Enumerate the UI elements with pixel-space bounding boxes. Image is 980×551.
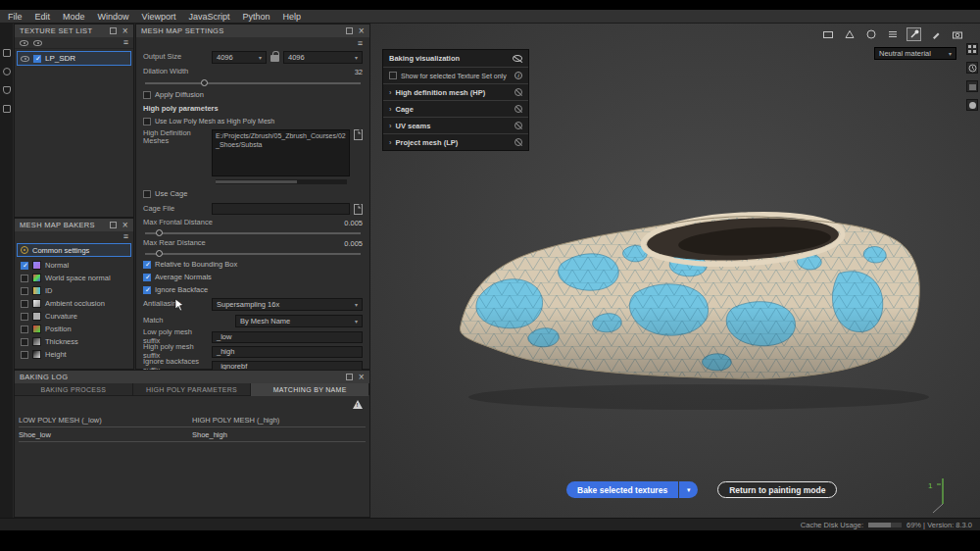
stamp-icon[interactable]	[842, 27, 857, 41]
undock-icon[interactable]	[110, 27, 117, 34]
settings-menu-icon[interactable]: ≡	[358, 39, 363, 48]
projection-icon[interactable]	[863, 27, 878, 41]
visibility-disabled-icon[interactable]	[514, 88, 522, 96]
high-suffix-input[interactable]: _high	[212, 346, 363, 358]
apply-diffusion-row[interactable]: Apply Diffusion	[143, 87, 363, 102]
low-suffix-input[interactable]: _low	[212, 331, 363, 343]
baker-checkbox[interactable]	[21, 275, 28, 282]
display-mode-icon[interactable]	[820, 27, 835, 41]
sphere-icon[interactable]	[966, 99, 978, 111]
slider-thumb[interactable]	[156, 250, 163, 257]
baking-mode-icon[interactable]	[906, 27, 921, 41]
table-row[interactable]: Shoe_low Shoe_high	[19, 427, 366, 442]
chevron-right-icon[interactable]: ›	[389, 138, 392, 147]
common-settings-item[interactable]: Common settings	[17, 243, 131, 257]
baker-row-position[interactable]: Position	[15, 323, 133, 335]
close-icon[interactable]: ×	[359, 26, 365, 36]
menu-python[interactable]: Python	[242, 12, 270, 22]
antialiasing-dropdown[interactable]: Supersampling 16x▾	[212, 298, 363, 311]
show-selected-checkbox[interactable]	[389, 72, 397, 79]
viz-item-high-definition-mesh[interactable]: › High definition mesh (HP)	[383, 83, 528, 100]
baker-row-normal[interactable]: Normal	[15, 259, 133, 272]
menu-window[interactable]: Window	[98, 12, 129, 22]
history-icon[interactable]	[966, 62, 978, 74]
bake-selected-textures-button[interactable]: Bake selected textures	[566, 481, 678, 498]
scrollbar-thumb[interactable]	[216, 180, 297, 183]
physical-size-icon[interactable]	[885, 27, 900, 41]
menu-edit[interactable]: Edit	[35, 12, 51, 22]
pencil-icon[interactable]	[928, 27, 943, 41]
eye-slash-icon[interactable]	[513, 55, 522, 62]
chevron-right-icon[interactable]: ›	[389, 88, 392, 97]
bakers-menu-icon[interactable]: ≡	[123, 232, 128, 241]
output-width-dropdown[interactable]: 4096▾	[212, 51, 267, 64]
baker-row-world-space-normal[interactable]: World space normal	[15, 272, 133, 284]
undock-icon[interactable]	[110, 222, 117, 228]
bake-options-dropdown[interactable]: ▾	[679, 481, 698, 498]
slider-thumb[interactable]	[201, 79, 208, 86]
viz-item-project-mesh[interactable]: › Project mesh (LP)	[383, 133, 528, 150]
baker-row-height[interactable]: Height	[15, 348, 133, 361]
camera-settings-icon[interactable]	[3, 86, 11, 94]
high-def-meshes-list[interactable]: E:/Projects/Zbrush/05_Zbrush_Courses/02_…	[212, 129, 350, 176]
average-normals-row[interactable]: Average Normals	[143, 271, 363, 283]
dilation-slider[interactable]	[145, 82, 361, 84]
lock-icon[interactable]	[270, 55, 279, 62]
use-low-as-high-checkbox[interactable]	[143, 118, 151, 125]
baker-row-thickness[interactable]: Thickness	[15, 335, 133, 348]
baker-checkbox[interactable]	[21, 326, 28, 333]
relative-bbox-row[interactable]: Relative to Bounding Box	[143, 258, 363, 271]
output-height-dropdown[interactable]: 4096▾	[283, 51, 363, 64]
baker-row-ambient-occlusion[interactable]: Ambient occlusion	[15, 297, 133, 310]
menu-javascript[interactable]: JavaScript	[188, 12, 229, 22]
horizontal-scrollbar[interactable]	[216, 179, 347, 184]
file-browse-icon[interactable]	[354, 129, 363, 140]
close-icon[interactable]: ×	[359, 373, 365, 382]
cage-file-input[interactable]	[212, 203, 350, 215]
close-icon[interactable]: ×	[122, 221, 128, 230]
texture-set-checkbox[interactable]	[33, 55, 41, 63]
baking-visualization-title-row[interactable]: Baking visualization	[383, 50, 528, 67]
baker-row-curvature[interactable]: Curvature	[15, 310, 133, 323]
close-icon[interactable]: ×	[122, 26, 128, 36]
ignore-backface-row[interactable]: Ignore Backface	[143, 283, 363, 296]
material-selector[interactable]: Neutral material ▾	[874, 47, 956, 60]
baker-checkbox[interactable]	[21, 287, 28, 295]
viz-item-cage[interactable]: › Cage	[383, 100, 528, 117]
layers-icon[interactable]	[966, 80, 978, 92]
grid-icon[interactable]	[966, 43, 978, 55]
baker-row-id[interactable]: ID	[15, 284, 133, 297]
baker-checkbox[interactable]	[21, 338, 28, 346]
visibility-eye-icon[interactable]	[21, 56, 29, 62]
use-cage-row[interactable]: Use Cage	[143, 186, 363, 201]
texture-set-item[interactable]: LP_SDR	[17, 51, 131, 66]
baker-checkbox[interactable]	[21, 351, 28, 359]
max-rear-slider[interactable]	[145, 253, 361, 255]
menu-file[interactable]: File	[8, 12, 23, 22]
show-selected-row[interactable]: Show for selected Texture Set only i	[383, 67, 528, 83]
baker-checkbox[interactable]	[21, 262, 28, 270]
menu-help[interactable]: Help	[282, 12, 301, 22]
viz-item-uv-seams[interactable]: › UV seams	[383, 117, 528, 133]
shelf-icon[interactable]	[3, 105, 11, 113]
viewport-3d[interactable]: Neutral material ▾ Baking visualization …	[370, 24, 980, 518]
use-cage-checkbox[interactable]	[143, 190, 151, 198]
chevron-right-icon[interactable]: ›	[389, 105, 392, 114]
display-settings-icon[interactable]	[3, 68, 11, 75]
baker-checkbox[interactable]	[21, 313, 28, 321]
tab-matching-by-name[interactable]: MATCHING BY NAME	[251, 383, 369, 396]
eye-icon[interactable]	[20, 40, 28, 46]
match-dropdown[interactable]: By Mesh Name▾	[235, 315, 363, 327]
slider-thumb[interactable]	[156, 229, 163, 236]
apply-diffusion-checkbox[interactable]	[143, 91, 151, 99]
visibility-disabled-icon[interactable]	[514, 105, 522, 113]
ignore-backface-checkbox[interactable]	[143, 286, 151, 294]
average-normals-checkbox[interactable]	[143, 274, 151, 281]
chevron-right-icon[interactable]: ›	[389, 122, 392, 130]
list-menu-icon[interactable]: ≡	[123, 38, 128, 47]
visibility-disabled-icon[interactable]	[514, 138, 522, 146]
filter-icon[interactable]	[33, 40, 42, 46]
undock-icon[interactable]	[346, 374, 353, 380]
shoe-model[interactable]	[439, 180, 939, 416]
max-frontal-slider[interactable]	[145, 232, 361, 234]
